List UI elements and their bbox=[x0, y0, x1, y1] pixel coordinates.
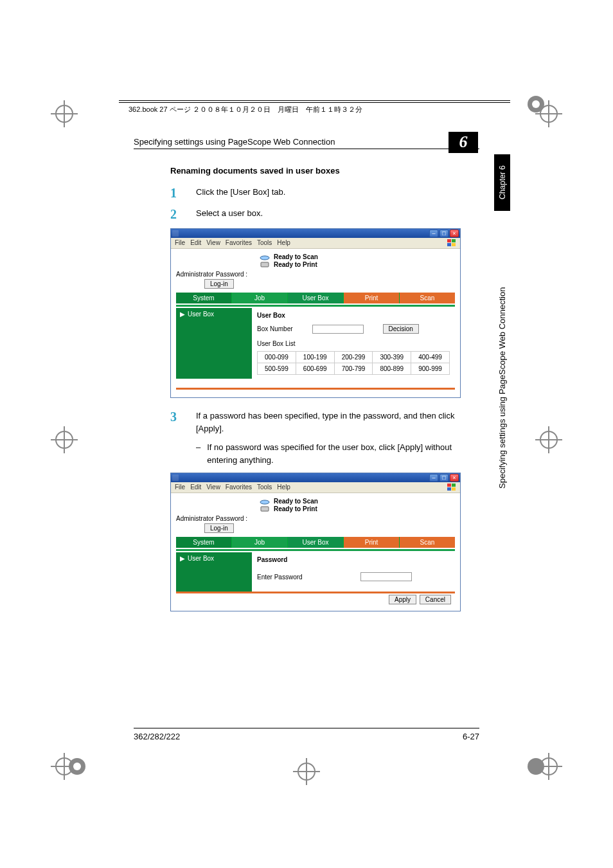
menu-favorites[interactable]: Favorites bbox=[226, 239, 252, 247]
status-print: Ready to Print bbox=[274, 261, 317, 268]
menu-edit[interactable]: Edit bbox=[190, 484, 201, 491]
menu-view[interactable]: View bbox=[206, 484, 220, 491]
step-3-sub-text: If no password was specified for the use… bbox=[207, 441, 468, 466]
decision-button[interactable]: Decision bbox=[383, 324, 419, 334]
close-button[interactable]: × bbox=[450, 230, 459, 237]
tab-user-box[interactable]: User Box bbox=[288, 293, 344, 303]
tab-system[interactable]: System bbox=[176, 537, 232, 548]
step-2-num: 2 bbox=[170, 207, 184, 222]
chapter-number-box: 6 bbox=[449, 132, 478, 153]
range-800-899[interactable]: 800-899 bbox=[373, 363, 411, 375]
crop-mark-top-left bbox=[49, 98, 80, 129]
box-number-label: Box Number bbox=[257, 325, 293, 332]
crop-mark-bot-center bbox=[291, 756, 322, 787]
print-header-text: 362.book 27 ページ ２００８年１０月２０日 月曜日 午前１１時３２分 bbox=[129, 105, 362, 114]
login-button[interactable]: Log-in bbox=[204, 523, 234, 533]
range-500-599[interactable]: 500-599 bbox=[258, 363, 296, 375]
svg-point-7 bbox=[532, 100, 540, 108]
tab-job[interactable]: Job bbox=[232, 293, 288, 303]
range-100-199[interactable]: 100-199 bbox=[296, 352, 334, 363]
tab-scan[interactable]: Scan bbox=[400, 537, 455, 548]
windows-flag-icon bbox=[447, 484, 456, 491]
sidebar-item-user-box[interactable]: User Box bbox=[188, 555, 214, 562]
cancel-button[interactable]: Cancel bbox=[420, 595, 451, 604]
range-600-699[interactable]: 600-699 bbox=[296, 363, 334, 375]
svg-point-3 bbox=[540, 105, 557, 122]
triangle-right-icon: ▶ bbox=[180, 555, 185, 562]
menu-help[interactable]: Help bbox=[277, 239, 290, 247]
menubar: File Edit View Favorites Tools Help bbox=[171, 238, 460, 249]
range-200-299[interactable]: 200-299 bbox=[334, 352, 373, 363]
tab-user-box[interactable]: User Box bbox=[288, 537, 344, 548]
svg-point-23 bbox=[298, 763, 315, 780]
side-chapter-tab: Chapter 6 bbox=[494, 154, 510, 211]
menu-tools[interactable]: Tools bbox=[257, 239, 272, 247]
sidebar-item-user-box[interactable]: User Box bbox=[188, 311, 214, 318]
admin-password-label: Administrator Password : bbox=[176, 271, 247, 278]
apply-button[interactable]: Apply bbox=[389, 595, 416, 604]
step-1-num: 1 bbox=[170, 186, 184, 201]
menu-file[interactable]: File bbox=[175, 484, 185, 491]
minimize-button[interactable]: – bbox=[429, 474, 438, 482]
maximize-button[interactable]: □ bbox=[440, 230, 449, 237]
enter-password-label: Enter Password bbox=[257, 574, 303, 581]
menu-favorites[interactable]: Favorites bbox=[226, 484, 252, 491]
range-400-499[interactable]: 400-499 bbox=[411, 352, 450, 363]
footer-rule bbox=[134, 728, 479, 728]
step-3-sub: – If no password was specified for the u… bbox=[196, 441, 468, 466]
menu-file[interactable]: File bbox=[175, 239, 185, 247]
step-1: 1 Click the [User Box] tab. bbox=[170, 186, 468, 201]
menu-edit[interactable]: Edit bbox=[190, 239, 201, 247]
svg-point-22 bbox=[528, 758, 544, 775]
tab-scan[interactable]: Scan bbox=[400, 293, 455, 303]
printer-icon bbox=[260, 260, 270, 268]
footer-page: 6-27 bbox=[463, 732, 479, 741]
tab-system[interactable]: System bbox=[176, 293, 232, 303]
step-1-text: Click the [User Box] tab. bbox=[196, 186, 285, 199]
crop-mark-top-right bbox=[533, 98, 564, 129]
svg-rect-26 bbox=[447, 239, 451, 242]
step-3: 3 If a password has been specified, type… bbox=[170, 410, 468, 435]
step-3-text: If a password has been specified, type i… bbox=[196, 410, 468, 435]
menu-view[interactable]: View bbox=[206, 239, 220, 247]
box-range-grid: 000-099 100-199 200-299 300-399 400-499 … bbox=[257, 351, 450, 375]
tab-print[interactable]: Print bbox=[344, 293, 400, 303]
range-900-999[interactable]: 900-999 bbox=[411, 363, 450, 375]
menu-help[interactable]: Help bbox=[277, 484, 290, 491]
status-print: Ready to Print bbox=[274, 505, 317, 512]
svg-point-8 bbox=[56, 431, 73, 448]
range-700-799[interactable]: 700-799 bbox=[334, 363, 373, 375]
close-button[interactable]: × bbox=[450, 474, 459, 482]
range-000-099[interactable]: 000-099 bbox=[258, 352, 296, 363]
svg-point-11 bbox=[540, 431, 557, 448]
triangle-right-icon: ▶ bbox=[180, 311, 185, 318]
range-300-399[interactable]: 300-399 bbox=[373, 352, 411, 363]
menu-tools[interactable]: Tools bbox=[257, 484, 272, 491]
tab-print[interactable]: Print bbox=[344, 537, 400, 548]
dash-bullet: – bbox=[196, 441, 200, 466]
side-running-title: Specifying settings using PageScope Web … bbox=[494, 219, 510, 489]
svg-point-21 bbox=[73, 763, 81, 770]
scanner-icon bbox=[260, 253, 270, 260]
screenshot-1: – □ × File Edit View Favorites Tools Hel… bbox=[170, 228, 461, 398]
svg-point-0 bbox=[56, 105, 73, 122]
user-box-list-label: User Box List bbox=[257, 340, 450, 347]
svg-rect-37 bbox=[261, 507, 269, 511]
svg-point-6 bbox=[528, 96, 544, 113]
crop-mark-bot-right bbox=[533, 751, 564, 782]
window-titlebar-2: – □ × bbox=[171, 473, 460, 482]
minimize-button[interactable]: – bbox=[429, 230, 438, 237]
sidebar: ▶User Box bbox=[176, 308, 252, 379]
login-button[interactable]: Log-in bbox=[204, 279, 234, 289]
box-number-input[interactable] bbox=[312, 325, 364, 334]
password-input[interactable] bbox=[360, 572, 412, 581]
crop-disk-bot-left bbox=[67, 756, 87, 777]
app-icon bbox=[172, 475, 179, 481]
window-titlebar: – □ × bbox=[171, 229, 460, 238]
tab-strip-2: System Job User Box Print Scan bbox=[176, 537, 455, 548]
step-3-num: 3 bbox=[170, 410, 184, 424]
menubar-2: File Edit View Favorites Tools Help bbox=[171, 482, 460, 493]
scanner-icon bbox=[260, 497, 270, 505]
maximize-button[interactable]: □ bbox=[440, 474, 449, 482]
tab-job[interactable]: Job bbox=[232, 537, 288, 548]
